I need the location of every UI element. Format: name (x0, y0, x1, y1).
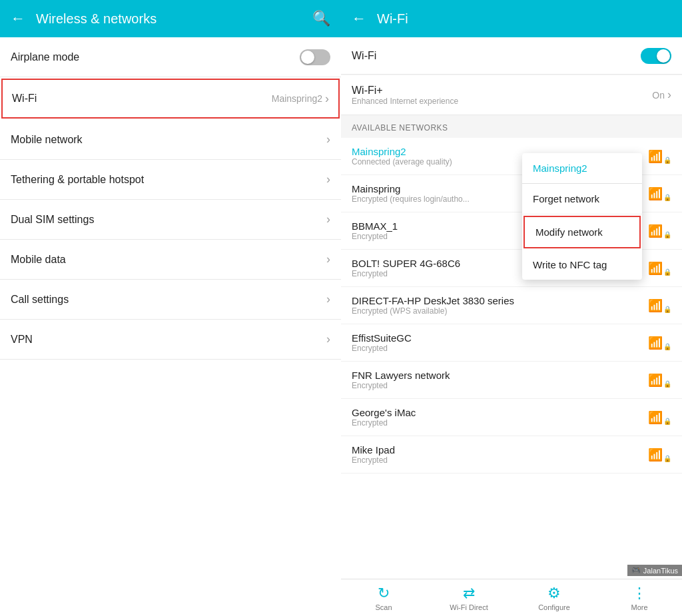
network-status-direct-hp: Encrypted (WPS available) (352, 306, 648, 316)
airplane-mode-label: Airplane mode (11, 51, 79, 63)
network-status-georges-imac: Encrypted (352, 418, 648, 428)
context-menu: Mainspring2 Forget network Modify networ… (522, 153, 642, 280)
network-name-direct-hp: DIRECT-FA-HP DeskJet 3830 series (352, 295, 648, 306)
wifi-toggle[interactable] (641, 48, 671, 64)
dual-sim-chevron: › (326, 212, 330, 226)
bottom-toolbar: ↻ Scan ⇄ Wi-Fi Direct ⚙ Configure ⋮ More (341, 579, 682, 616)
right-back-button[interactable]: ← (352, 10, 366, 27)
network-item-mike-ipad[interactable]: Mike Ipad Encrypted 📶 🔒 (341, 436, 682, 473)
right-header: ← Wi-Fi (341, 0, 682, 37)
wifi-item-value: Mainspring2 (272, 93, 322, 104)
configure-label: Configure (538, 603, 570, 611)
network-item-direct-hp[interactable]: DIRECT-FA-HP DeskJet 3830 series Encrypt… (341, 287, 682, 324)
network-info-direct-hp: DIRECT-FA-HP DeskJet 3830 series Encrypt… (352, 295, 648, 316)
mobile-network-item[interactable]: Mobile network › (0, 120, 341, 160)
mobile-data-label: Mobile data (11, 254, 66, 265)
wifi-icon-effist: 📶 🔒 (648, 336, 671, 350)
call-settings-text: Call settings (11, 294, 326, 306)
available-networks-header: AVAILABLE NETWORKS (341, 115, 682, 138)
network-info-effist: EffistSuiteGC Encrypted (352, 332, 648, 353)
toolbar-wifi-direct[interactable]: ⇄ Wi-Fi Direct (426, 585, 512, 611)
network-item-fnr[interactable]: FNR Lawyers network Encrypted 📶 🔒 (341, 362, 682, 399)
vpn-label: VPN (11, 334, 33, 345)
wifi-icon-direct-hp: 📶 🔒 (648, 298, 671, 313)
dual-sim-text: Dual SIM settings (11, 214, 326, 226)
wifi-direct-label: Wi-Fi Direct (450, 603, 488, 611)
mobile-network-text: Mobile network (11, 134, 326, 146)
more-icon: ⋮ (632, 585, 647, 602)
network-name-mike-ipad: Mike Ipad (352, 444, 648, 456)
mobile-data-item[interactable]: Mobile data › (0, 240, 341, 280)
call-settings-label: Call settings (11, 294, 69, 305)
network-info-mike-ipad: Mike Ipad Encrypted (352, 444, 648, 465)
network-status-effist: Encrypted (352, 344, 648, 353)
network-item-effist[interactable]: EffistSuiteGC Encrypted 📶 🔒 (341, 324, 682, 362)
left-header: ← Wireless & networks 🔍 (0, 0, 341, 37)
left-back-button[interactable]: ← (11, 10, 25, 27)
network-item-georges-imac[interactable]: George's iMac Encrypted 📶 🔒 (341, 399, 682, 436)
wifi-toggle-knob (657, 49, 670, 63)
network-status-mike-ipad: Encrypted (352, 456, 648, 465)
context-menu-modify[interactable]: Modify network (523, 216, 641, 248)
tethering-label: Tethering & portable hotspot (11, 174, 144, 185)
network-name-georges-imac: George's iMac (352, 407, 648, 418)
mobile-data-text: Mobile data (11, 254, 326, 266)
network-info-fnr: FNR Lawyers network Encrypted (352, 370, 648, 390)
network-info-georges-imac: George's iMac Encrypted (352, 407, 648, 428)
airplane-mode-toggle-container (300, 49, 330, 65)
context-menu-forget[interactable]: Forget network (522, 184, 642, 214)
more-label: More (631, 603, 647, 611)
settings-list: Airplane mode Wi-Fi Mainspring2 › Mobile… (0, 37, 341, 616)
airplane-mode-text: Airplane mode (11, 51, 300, 63)
call-settings-chevron: › (326, 292, 330, 306)
vpn-chevron: › (326, 332, 330, 346)
network-name-effist: EffistSuiteGC (352, 332, 648, 344)
toolbar-more[interactable]: ⋮ More (597, 585, 682, 611)
airplane-mode-item[interactable]: Airplane mode (0, 37, 341, 77)
vpn-text: VPN (11, 334, 326, 346)
wifi-plus-subtitle: Enhanced Internet experience (352, 97, 652, 106)
scan-icon: ↻ (378, 585, 390, 602)
wifi-plus-chevron: › (667, 88, 671, 102)
wifi-icon-georges-imac: 📶 🔒 (648, 410, 671, 425)
wifi-icon-mainspring2: 📶 🔒 (648, 149, 671, 164)
tethering-text: Tethering & portable hotspot (11, 174, 326, 186)
wifi-toggle-row[interactable]: Wi-Fi (341, 37, 682, 75)
scan-label: Scan (375, 603, 392, 611)
configure-icon: ⚙ (547, 585, 561, 602)
wifi-plus-value: On (652, 90, 665, 101)
tethering-chevron: › (326, 172, 330, 186)
mobile-network-chevron: › (326, 133, 330, 147)
wifi-item[interactable]: Wi-Fi Mainspring2 › (1, 79, 340, 119)
left-panel: ← Wireless & networks 🔍 Airplane mode Wi… (0, 0, 341, 616)
wifi-icon-bbmax1: 📶 🔒 (648, 224, 671, 238)
wifi-plus-label: Wi-Fi+ (352, 85, 652, 97)
wifi-item-chevron: › (325, 92, 329, 106)
dual-sim-label: Dual SIM settings (11, 214, 94, 225)
toolbar-scan[interactable]: ↻ Scan (341, 585, 426, 611)
vpn-item[interactable]: VPN › (0, 320, 341, 360)
right-header-title: Wi-Fi (377, 11, 408, 27)
wifi-item-label: Wi-Fi (12, 93, 37, 104)
watermark-icon: 🎮 (631, 566, 641, 575)
tethering-item[interactable]: Tethering & portable hotspot › (0, 160, 341, 200)
wifi-plus-text: Wi-Fi+ Enhanced Internet experience (352, 85, 652, 106)
network-status-fnr: Encrypted (352, 381, 648, 390)
context-menu-nfc[interactable]: Write to NFC tag (522, 250, 642, 280)
dual-sim-item[interactable]: Dual SIM settings › (0, 200, 341, 240)
call-settings-item[interactable]: Call settings › (0, 280, 341, 320)
watermark-text: JalanTikus (643, 567, 678, 575)
network-name-fnr: FNR Lawyers network (352, 370, 648, 381)
airplane-mode-toggle-knob (301, 51, 314, 64)
wifi-plus-row[interactable]: Wi-Fi+ Enhanced Internet experience On › (341, 75, 682, 115)
left-header-title: Wireless & networks (36, 11, 302, 27)
wifi-toggle-label: Wi-Fi (352, 50, 641, 62)
airplane-mode-toggle[interactable] (300, 49, 330, 65)
wifi-icon-mike-ipad: 📶 🔒 (648, 448, 671, 462)
wifi-direct-icon: ⇄ (463, 585, 475, 602)
toolbar-configure[interactable]: ⚙ Configure (512, 585, 597, 611)
context-menu-network-name: Mainspring2 (522, 153, 642, 184)
right-panel: ← Wi-Fi Wi-Fi Wi-Fi+ Enhanced Internet e… (341, 0, 682, 616)
search-icon[interactable]: 🔍 (312, 10, 330, 27)
wifi-icon-mainspring: 📶 🔒 (648, 186, 671, 201)
